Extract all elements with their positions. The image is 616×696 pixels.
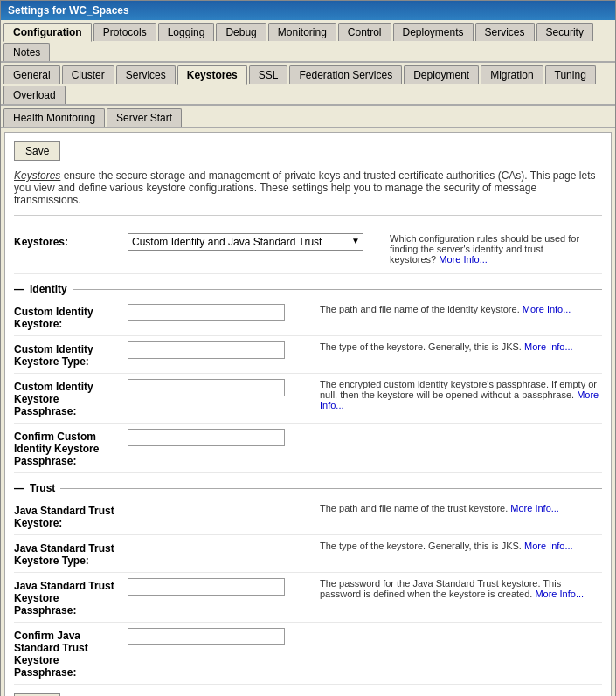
java-standard-trust-keystore-type-help: The type of the keystore. Generally, thi…	[320, 541, 602, 551]
tab-debug[interactable]: Debug	[216, 23, 266, 41]
tab-logging[interactable]: Logging	[158, 23, 215, 41]
java-standard-trust-keystore-type-more[interactable]: More Info...	[524, 541, 573, 551]
sub-tab-bar: Health Monitoring Server Start	[1, 106, 615, 128]
main-tab-bar: Configuration Protocols Logging Debug Mo…	[1, 20, 615, 63]
confirm-java-standard-trust-keystore-passphrase-row: Confirm Java Standard Trust Keystore Pas…	[14, 623, 602, 685]
java-standard-trust-keystore-type-label: Java Standard Trust Keystore Type:	[14, 541, 128, 567]
tab-ssl[interactable]: SSL	[249, 65, 288, 84]
java-standard-trust-keystore-type-row: Java Standard Trust Keystore Type: The t…	[14, 535, 602, 573]
java-standard-trust-keystore-passphrase-label: Java Standard Trust Keystore Passphrase:	[14, 578, 128, 617]
confirm-custom-identity-keystore-passphrase-input-area	[128, 429, 302, 446]
custom-identity-keystore-passphrase-help: The encrypted custom identity keystore's…	[320, 379, 602, 410]
confirm-java-standard-trust-keystore-passphrase-input-area	[128, 628, 302, 645]
tab-protocols[interactable]: Protocols	[93, 23, 156, 41]
custom-identity-keystore-more[interactable]: More Info...	[523, 304, 571, 314]
description-italic: Keystores	[14, 169, 60, 182]
tab-overload[interactable]: Overload	[3, 86, 66, 104]
custom-identity-keystore-type-row: Custom Identity Keystore Type: The type …	[14, 336, 602, 374]
custom-identity-keystore-type-input-area	[128, 341, 302, 359]
confirm-custom-identity-keystore-passphrase-input[interactable]	[128, 429, 285, 446]
custom-identity-keystore-type-help: The type of the keystore. Generally, thi…	[320, 341, 602, 352]
tab-deployments[interactable]: Deployments	[393, 23, 474, 41]
keystores-row: Keystores: Custom Identity and Java Stan…	[14, 228, 602, 274]
tab-cluster[interactable]: Cluster	[62, 65, 114, 84]
custom-identity-keystore-input-area	[128, 304, 302, 321]
java-standard-trust-keystore-passphrase-input-area	[128, 578, 302, 596]
custom-identity-keystore-row: Custom Identity Keystore: The path and f…	[14, 299, 602, 336]
confirm-custom-identity-keystore-passphrase-label: Confirm Custom Identity Keystore Passphr…	[14, 429, 128, 467]
tab-control[interactable]: Control	[338, 23, 391, 41]
custom-identity-keystore-type-label: Custom Identity Keystore Type:	[14, 341, 128, 368]
custom-identity-keystore-passphrase-label: Custom Identity Keystore Passphrase:	[14, 379, 128, 417]
custom-identity-keystore-type-more[interactable]: More Info...	[524, 341, 573, 352]
java-standard-trust-keystore-row: Java Standard Trust Keystore: The path a…	[14, 498, 602, 535]
java-standard-trust-keystore-passphrase-more[interactable]: More Info...	[535, 589, 584, 599]
java-standard-trust-keystore-help: The path and file name of the trust keys…	[320, 503, 602, 513]
trust-section-header: Trust	[14, 482, 602, 494]
tab-tuning[interactable]: Tuning	[545, 65, 596, 84]
tab-monitoring[interactable]: Monitoring	[268, 23, 336, 41]
tab-health-monitoring[interactable]: Health Monitoring	[3, 108, 105, 127]
java-standard-trust-keystore-passphrase-row: Java Standard Trust Keystore Passphrase:…	[14, 573, 602, 623]
custom-identity-keystore-help: The path and file name of the identity k…	[320, 304, 602, 314]
save-button-top[interactable]: Save	[14, 141, 60, 161]
custom-identity-keystore-passphrase-input[interactable]	[128, 379, 285, 396]
tab-security[interactable]: Security	[536, 23, 593, 41]
custom-identity-keystore-passphrase-input-area	[128, 379, 302, 396]
keystores-select-wrapper[interactable]: Custom Identity and Java Standard Trust	[128, 233, 363, 251]
tab-services[interactable]: Services	[116, 65, 176, 84]
tab-configuration[interactable]: Configuration	[3, 23, 92, 42]
tab-federation-services[interactable]: Federation Services	[289, 65, 402, 84]
tab-deployment[interactable]: Deployment	[404, 65, 479, 84]
java-standard-trust-keystore-passphrase-input[interactable]	[128, 578, 285, 596]
custom-identity-keystore-passphrase-row: Custom Identity Keystore Passphrase: The…	[14, 374, 602, 424]
tab-general[interactable]: General	[3, 65, 60, 84]
keystores-more-link[interactable]: More Info...	[439, 254, 488, 265]
window-title: Settings for WC_Spaces	[8, 4, 129, 17]
java-standard-trust-keystore-more[interactable]: More Info...	[510, 503, 559, 513]
custom-identity-keystore-label: Custom Identity Keystore:	[14, 304, 128, 330]
custom-identity-keystore-type-input[interactable]	[128, 341, 285, 359]
identity-section-header: Identity	[14, 283, 602, 295]
confirm-java-standard-trust-keystore-passphrase-label: Confirm Java Standard Trust Keystore Pas…	[14, 628, 128, 679]
main-window: Settings for WC_Spaces Configuration Pro…	[0, 0, 616, 696]
keystores-label: Keystores:	[14, 233, 128, 248]
config-tab-bar: General Cluster Services Keystores SSL F…	[1, 63, 615, 106]
tab-server-start[interactable]: Server Start	[107, 108, 182, 127]
confirm-java-standard-trust-keystore-passphrase-input[interactable]	[128, 628, 285, 645]
tab-services[interactable]: Services	[475, 23, 535, 41]
confirm-custom-identity-keystore-passphrase-row: Confirm Custom Identity Keystore Passphr…	[14, 424, 602, 473]
page-description: Keystores ensure the secure storage and …	[14, 169, 602, 216]
custom-identity-keystore-input[interactable]	[128, 304, 285, 321]
tab-notes[interactable]: Notes	[3, 43, 50, 61]
java-standard-trust-keystore-passphrase-help: The password for the Java Standard Trust…	[320, 578, 602, 599]
description-text: ensure the secure storage and management…	[14, 169, 595, 206]
java-standard-trust-keystore-label: Java Standard Trust Keystore:	[14, 503, 128, 529]
tab-keystores[interactable]: Keystores	[177, 65, 247, 85]
keystores-select[interactable]: Custom Identity and Java Standard Trust	[128, 233, 363, 251]
keystores-help: Which configuration rules should be used…	[390, 233, 602, 265]
tab-migration[interactable]: Migration	[481, 65, 543, 84]
title-bar: Settings for WC_Spaces	[1, 1, 615, 20]
content-area: Save Keystores ensure the secure storage…	[4, 132, 612, 696]
